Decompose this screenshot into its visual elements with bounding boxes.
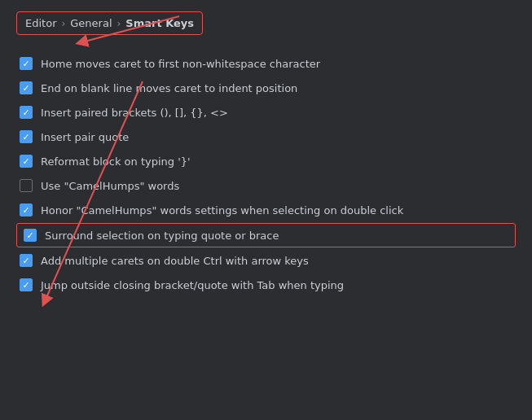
setting-item-jump-outside[interactable]: Jump outside closing bracket/quote with …: [16, 273, 516, 297]
checkbox-reformat-block[interactable]: [20, 155, 33, 168]
breadcrumb-general[interactable]: General: [70, 17, 112, 29]
checkbox-insert-pair-quote[interactable]: [20, 130, 33, 143]
setting-label-home-moves-caret: Home moves caret to first non-whitespace…: [41, 58, 320, 70]
breadcrumb-editor[interactable]: Editor: [25, 17, 56, 29]
breadcrumb-sep-2: ›: [117, 18, 121, 29]
checkbox-add-multiple-carets[interactable]: [20, 254, 33, 267]
checkbox-honor-camel-humps[interactable]: [20, 203, 33, 217]
setting-label-use-camel-humps: Use "CamelHumps" words: [41, 180, 179, 192]
checkbox-surround-selection[interactable]: [24, 229, 37, 242]
breadcrumb-smart-keys[interactable]: Smart Keys: [125, 17, 194, 29]
setting-item-add-multiple-carets[interactable]: Add multiple carets on double Ctrl with …: [16, 248, 516, 273]
setting-item-honor-camel-humps[interactable]: Honor "CamelHumps" words settings when s…: [16, 198, 516, 222]
setting-item-use-camel-humps[interactable]: Use "CamelHumps" words: [16, 173, 516, 198]
setting-label-jump-outside: Jump outside closing bracket/quote with …: [41, 279, 344, 291]
setting-label-end-on-blank: End on blank line moves caret to indent …: [41, 82, 297, 94]
setting-label-insert-paired-brackets: Insert paired brackets (), [], {}, <>: [41, 107, 228, 119]
setting-item-insert-pair-quote[interactable]: Insert pair quote: [16, 125, 516, 149]
setting-label-insert-pair-quote: Insert pair quote: [41, 131, 129, 143]
checkbox-end-on-blank[interactable]: [20, 81, 33, 94]
setting-item-reformat-block[interactable]: Reformat block on typing '}': [16, 149, 516, 173]
settings-list: Home moves caret to first non-whitespace…: [16, 51, 516, 297]
settings-container: Editor › General › Smart Keys Home moves…: [0, 0, 532, 308]
setting-label-honor-camel-humps: Honor "CamelHumps" words settings when s…: [41, 204, 403, 217]
checkbox-home-moves-caret[interactable]: [20, 57, 33, 70]
setting-item-end-on-blank[interactable]: End on blank line moves caret to indent …: [16, 76, 516, 100]
setting-item-surround-selection[interactable]: Surround selection on typing quote or br…: [16, 223, 516, 247]
setting-label-surround-selection: Surround selection on typing quote or br…: [45, 230, 279, 242]
checkbox-insert-paired-brackets[interactable]: [20, 106, 33, 119]
setting-label-reformat-block: Reformat block on typing '}': [41, 155, 191, 168]
checkbox-use-camel-humps[interactable]: [20, 179, 33, 192]
checkbox-jump-outside[interactable]: [20, 278, 33, 291]
breadcrumb: Editor › General › Smart Keys: [16, 11, 203, 35]
breadcrumb-sep-1: ›: [61, 18, 65, 29]
setting-item-home-moves-caret[interactable]: Home moves caret to first non-whitespace…: [16, 51, 516, 76]
setting-item-insert-paired-brackets[interactable]: Insert paired brackets (), [], {}, <>: [16, 100, 516, 125]
setting-label-add-multiple-carets: Add multiple carets on double Ctrl with …: [41, 255, 309, 267]
